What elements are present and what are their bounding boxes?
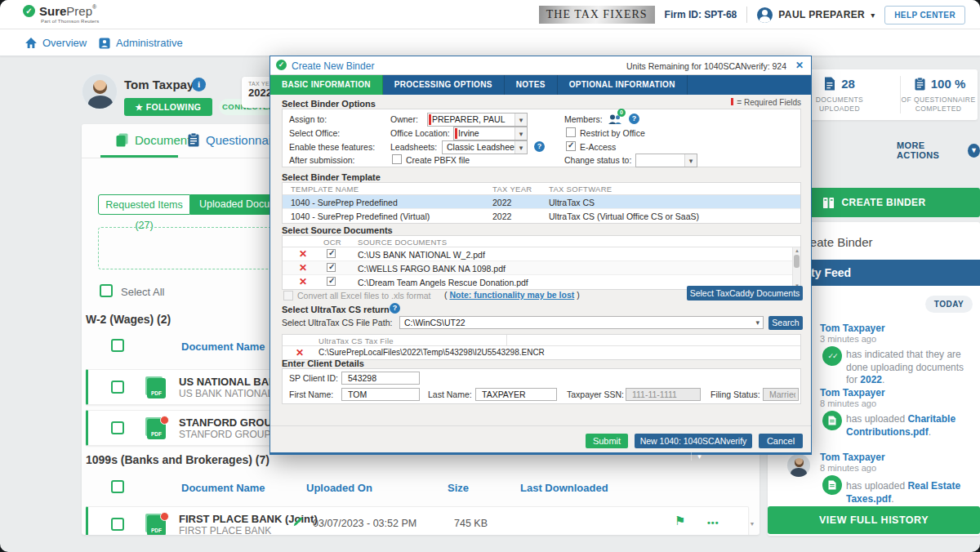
chevron-down-circle-icon: ▼ (968, 144, 980, 158)
taxpayer-ssn-input[interactable] (626, 388, 701, 401)
convert-note: ( Note: functionality may be lost ) (444, 290, 580, 300)
pdf-icon-flagged (147, 419, 166, 439)
row-checkbox[interactable] (111, 518, 124, 531)
convert-excel-checkbox[interactable] (283, 291, 293, 300)
col-last-downloaded[interactable]: Last Downloaded (520, 482, 608, 494)
create-pbfx-checkbox[interactable] (392, 154, 402, 164)
header-tax-year[interactable]: TAX YEAR (492, 185, 532, 194)
admin-badge-icon (99, 38, 110, 49)
template-row[interactable]: 1040 - SurePrep Predefined (Virtual) 202… (283, 209, 800, 223)
ocr-checkbox[interactable] (327, 263, 336, 272)
feed-user-name[interactable]: Tom Taxpayer (820, 387, 885, 398)
row-checkbox[interactable] (111, 421, 124, 434)
following-button[interactable]: ★ FOLLOWING (124, 98, 212, 116)
tab-processing-options[interactable]: PROCESSING OPTIONS (383, 75, 505, 95)
help-center-button[interactable]: HELP CENTER (884, 6, 965, 24)
owner-select[interactable]: PREPARER, PAUL (427, 113, 528, 127)
members-icon[interactable]: 0 (608, 114, 622, 125)
cancel-button[interactable]: Cancel (759, 434, 803, 448)
after-submission-label: After submission: (289, 155, 355, 165)
nav-overview[interactable]: Overview (25, 29, 87, 56)
panel-scroll-down-arrow[interactable]: ▼ (748, 521, 756, 527)
nav-administrative[interactable]: Administrative (99, 29, 183, 56)
ultratax-table-header: UltraTax CS Tax File (283, 335, 800, 346)
template-name: 1040 - SurePrep Predefined (291, 198, 398, 207)
more-actions-button[interactable]: MORE ACTIONS ▼ (897, 140, 980, 160)
b1099-header-checkbox[interactable] (111, 480, 124, 493)
ultratax-file-row[interactable]: ✕ C:\SurePrepLocalFiles\2022\Temp\543298… (283, 346, 800, 359)
col-document-name[interactable]: Document Name (181, 482, 265, 494)
feed-user-name[interactable]: Tom Taxpayer (820, 323, 885, 334)
col-size[interactable]: Size (448, 482, 469, 494)
tab-notes[interactable]: NOTES (505, 75, 558, 95)
tab-basic-information[interactable]: BASIC INFORMATION (270, 75, 383, 95)
row-menu-icon[interactable]: ••• (707, 518, 719, 528)
flag-icon[interactable]: ⚑ (675, 514, 685, 528)
office-location-select[interactable]: Irvine (453, 127, 528, 140)
header-template-name[interactable]: TEMPLATE NAME (291, 185, 359, 194)
col-uploaded-on[interactable]: Uploaded On (306, 482, 372, 494)
ultratax-help-icon[interactable]: ? (390, 303, 400, 314)
feed-timestamp: 8 minutes ago (820, 398, 876, 408)
note-functionality-link[interactable]: Note: functionality may be lost (449, 290, 574, 300)
info-icon[interactable]: i (192, 78, 206, 91)
header-tax-software[interactable]: TAX SOFTWARE (549, 185, 612, 194)
header-source-documents[interactable]: SOURCE DOCUMENTS (358, 238, 447, 247)
source-scrollbar[interactable]: ▲ ▼ (792, 247, 800, 289)
template-software: UltraTax CS (549, 198, 595, 207)
user-name: PAUL PREPARER (778, 9, 865, 20)
section-1099: 1099s (Banks and Brokerages) (7) (86, 453, 270, 466)
modal-tab-bar: BASIC INFORMATION PROCESSING OPTIONS NOT… (270, 75, 811, 95)
user-menu[interactable]: PAUL PREPARER ▾ (757, 7, 875, 23)
first-name-input[interactable] (341, 388, 420, 401)
change-status-select[interactable] (635, 154, 697, 167)
feed-link-2022[interactable]: 2022 (860, 374, 882, 385)
delete-x-icon[interactable]: ✕ (296, 347, 304, 358)
tab-documents[interactable]: Documents (116, 133, 197, 147)
doc-row-first-place-bank[interactable]: FIRST PLACE BANK (Joint) FIRST PLACE BAN… (86, 506, 749, 535)
edit-pencil-icon[interactable] (292, 515, 304, 528)
view-full-history-button[interactable]: VIEW FULL HISTORY (768, 506, 980, 534)
sp-client-id-input[interactable] (341, 372, 420, 385)
w2-header-checkbox[interactable] (111, 339, 124, 352)
feed-user-name[interactable]: Tom Taxpayer (820, 452, 885, 463)
document-icon (824, 77, 835, 91)
source-row[interactable]: ✕ C:\WELLS FARGO BANK NA 1098.pdf (283, 261, 800, 275)
header-ocr[interactable]: OCR (323, 238, 341, 247)
delete-x-icon[interactable]: ✕ (299, 262, 307, 274)
search-button[interactable]: Search (768, 316, 803, 330)
leadsheets-help-icon[interactable]: ? (534, 141, 545, 152)
tab-questionnaire[interactable]: Questionnaire (188, 133, 282, 147)
delete-x-icon[interactable]: ✕ (299, 248, 307, 260)
close-icon[interactable]: ✕ (795, 60, 804, 71)
select-taxcaddy-button[interactable]: Select TaxCaddy Documents (687, 286, 803, 300)
select-all-checkbox[interactable] (100, 284, 113, 297)
filing-status-input[interactable] (763, 388, 799, 401)
subtab-requested-items[interactable]: Requested Items (27) (98, 194, 190, 215)
feed-user-avatar (787, 454, 810, 477)
delete-x-icon[interactable]: ✕ (299, 276, 307, 287)
row-checkbox[interactable] (111, 381, 124, 394)
e-access-label: E-Access (580, 142, 616, 152)
nav-administrative-label: Administrative (116, 37, 183, 49)
submit-button[interactable]: Submit (586, 434, 628, 448)
template-row-selected[interactable]: 1040 - SurePrep Predefined 2022 UltraTax… (283, 195, 800, 209)
ocr-checkbox[interactable] (327, 249, 336, 258)
restrict-by-office-checkbox[interactable] (566, 127, 576, 137)
members-help-icon[interactable]: ? (629, 114, 639, 124)
e-access-checkbox[interactable] (566, 141, 576, 151)
w2-col-document-name[interactable]: Document Name (181, 341, 265, 353)
home-icon (25, 38, 37, 48)
create-new-binder-modal: ✓ Create New Binder Units Remaining for … (270, 56, 812, 455)
header-ultratax-file[interactable]: UltraTax CS Tax File (318, 336, 394, 345)
create-pbfx-label: Create PBFX file (406, 155, 470, 165)
ocr-checkbox[interactable] (327, 277, 336, 286)
logo-subtitle: Part of Thomson Reuters (41, 19, 100, 24)
last-name-input[interactable] (475, 388, 557, 401)
leadsheets-select[interactable]: Classic Leadsheets (442, 140, 528, 154)
size-value: 745 KB (454, 518, 488, 529)
file-path-combo[interactable]: C:\WinCS\UT22 (399, 316, 764, 329)
tab-optional-information[interactable]: OPTIONAL INFORMATION (558, 75, 688, 95)
new-binder-dropdown-button[interactable]: New 1040: 1040SCANverify ▾ (635, 434, 752, 448)
source-row[interactable]: ✕ C:\US BANK NATIONAL W_2.pdf (283, 247, 800, 261)
